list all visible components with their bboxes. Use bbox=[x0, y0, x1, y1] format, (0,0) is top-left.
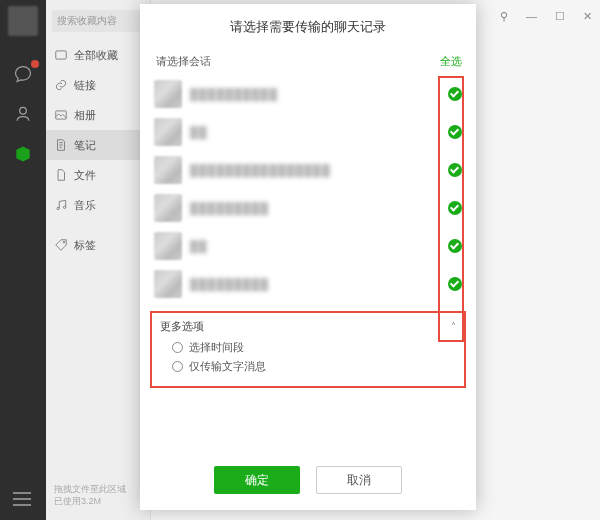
select-label: 请选择会话 bbox=[156, 54, 211, 69]
search-input[interactable]: 搜索收藏内容 bbox=[52, 10, 144, 32]
sidebar-item-all[interactable]: 全部收藏 bbox=[46, 40, 150, 70]
chat-row[interactable]: █████████ bbox=[154, 265, 462, 303]
file-icon bbox=[54, 168, 68, 182]
sidebar-item-music[interactable]: 音乐 bbox=[46, 190, 150, 220]
chat-avatar bbox=[154, 156, 182, 184]
chat-icon[interactable] bbox=[13, 64, 33, 84]
tag-icon bbox=[54, 238, 68, 252]
chat-row[interactable]: ██ bbox=[154, 113, 462, 151]
chat-name: ██ bbox=[190, 240, 448, 252]
menu-icon[interactable] bbox=[13, 492, 31, 506]
check-icon[interactable] bbox=[448, 201, 462, 215]
sidebar-item-links[interactable]: 链接 bbox=[46, 70, 150, 100]
storage-info: 拖拽文件至此区域 已使用3.2M bbox=[54, 483, 126, 508]
transfer-dialog: 请选择需要传输的聊天记录 请选择会话 全选 ██████████ ██ ████… bbox=[140, 4, 476, 510]
contacts-icon[interactable] bbox=[13, 104, 33, 124]
check-icon[interactable] bbox=[448, 125, 462, 139]
chat-row[interactable]: ██ bbox=[154, 227, 462, 265]
chat-name: ██████████ bbox=[190, 88, 448, 100]
chat-avatar bbox=[154, 194, 182, 222]
chat-name: ████████████████ bbox=[190, 164, 448, 176]
check-icon[interactable] bbox=[448, 87, 462, 101]
sidebar-item-tags[interactable]: 标签 bbox=[46, 230, 150, 260]
check-icon[interactable] bbox=[448, 239, 462, 253]
favorites-icon[interactable] bbox=[13, 144, 33, 164]
chat-row[interactable]: ████████████████ bbox=[154, 151, 462, 189]
chat-name: █████████ bbox=[190, 278, 448, 290]
select-all-link[interactable]: 全选 bbox=[440, 54, 462, 69]
window-controls: ⚲ — ☐ ✕ bbox=[492, 10, 592, 23]
inbox-icon bbox=[54, 48, 68, 62]
option-text-only[interactable]: 仅传输文字消息 bbox=[172, 359, 456, 374]
ok-button[interactable]: 确定 bbox=[214, 466, 300, 494]
chat-avatar bbox=[154, 118, 182, 146]
svg-point-4 bbox=[63, 241, 65, 243]
check-icon[interactable] bbox=[448, 163, 462, 177]
option-label: 选择时间段 bbox=[189, 340, 244, 355]
sidebar-item-label: 链接 bbox=[74, 78, 96, 93]
sidebar-item-label: 笔记 bbox=[74, 138, 96, 153]
music-icon bbox=[54, 198, 68, 212]
note-icon bbox=[54, 138, 68, 152]
self-avatar[interactable] bbox=[8, 6, 38, 36]
nav-rail bbox=[0, 0, 46, 520]
chat-avatar bbox=[154, 232, 182, 260]
sidebar-item-files[interactable]: 文件 bbox=[46, 160, 150, 190]
chat-row[interactable]: █████████ bbox=[154, 189, 462, 227]
image-icon bbox=[54, 108, 68, 122]
radio-icon[interactable] bbox=[172, 361, 183, 372]
more-options-panel: 更多选项 ˄ 选择时间段 仅传输文字消息 bbox=[150, 311, 466, 388]
radio-icon[interactable] bbox=[172, 342, 183, 353]
svg-point-2 bbox=[57, 207, 59, 209]
chat-list: ██████████ ██ ████████████████ █████████ bbox=[140, 73, 476, 305]
maximize-icon[interactable]: ☐ bbox=[555, 10, 565, 23]
option-time-range[interactable]: 选择时间段 bbox=[172, 340, 456, 355]
sidebar-item-label: 文件 bbox=[74, 168, 96, 183]
chat-avatar bbox=[154, 80, 182, 108]
close-icon[interactable]: ✕ bbox=[583, 10, 592, 23]
dialog-title: 请选择需要传输的聊天记录 bbox=[140, 4, 476, 48]
favorites-sidebar: 搜索收藏内容 全部收藏 链接 相册 笔记 文件 音乐 标签 bbox=[46, 0, 151, 520]
pin-icon[interactable]: ⚲ bbox=[500, 10, 508, 23]
sidebar-item-label: 音乐 bbox=[74, 198, 96, 213]
cancel-button[interactable]: 取消 bbox=[316, 466, 402, 494]
sidebar-item-label: 全部收藏 bbox=[74, 48, 118, 63]
sidebar-item-label: 相册 bbox=[74, 108, 96, 123]
option-label: 仅传输文字消息 bbox=[189, 359, 266, 374]
check-icon[interactable] bbox=[448, 277, 462, 291]
more-options-label[interactable]: 更多选项 bbox=[160, 319, 204, 334]
svg-point-3 bbox=[63, 206, 65, 208]
link-icon bbox=[54, 78, 68, 92]
sidebar-item-album[interactable]: 相册 bbox=[46, 100, 150, 130]
svg-rect-0 bbox=[56, 51, 67, 59]
chat-row[interactable]: ██████████ bbox=[154, 75, 462, 113]
sidebar-item-label: 标签 bbox=[74, 238, 96, 253]
chat-name: ██ bbox=[190, 126, 448, 138]
chat-name: █████████ bbox=[190, 202, 448, 214]
minimize-icon[interactable]: — bbox=[526, 10, 537, 23]
sidebar-item-notes[interactable]: 笔记 bbox=[46, 130, 150, 160]
chat-avatar bbox=[154, 270, 182, 298]
